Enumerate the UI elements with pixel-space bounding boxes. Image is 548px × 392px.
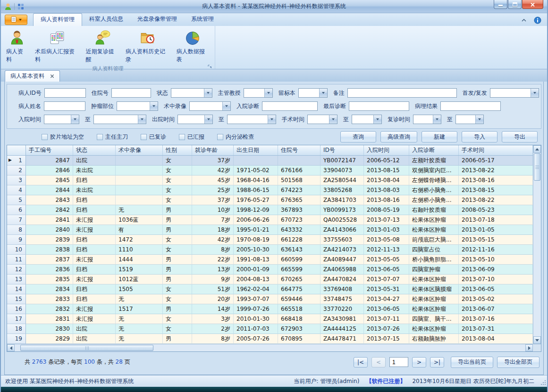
export-button[interactable]: 导出 bbox=[502, 131, 538, 142]
filter-combo-3-5[interactable] bbox=[307, 115, 337, 124]
dropdown-button[interactable] bbox=[433, 115, 441, 124]
layout-icon[interactable] bbox=[17, 3, 25, 10]
checkbox-2[interactable]: 主任主刀 bbox=[97, 133, 128, 141]
query-button[interactable]: 查询 bbox=[340, 131, 376, 142]
filter-combo-3-4[interactable] bbox=[227, 115, 276, 124]
dropdown-button[interactable] bbox=[264, 89, 272, 97]
horizontal-scroll-track[interactable] bbox=[153, 344, 525, 351]
maximize-button[interactable] bbox=[508, 0, 522, 9]
table-row[interactable]: 22846未出院女42岁1971-05-02676166339040732013… bbox=[7, 166, 533, 175]
checkbox-3[interactable]: 已复诊 bbox=[141, 133, 166, 141]
column-header-11[interactable]: 手术时间 bbox=[459, 145, 533, 155]
filter-input-1-6[interactable] bbox=[347, 88, 457, 98]
filter-input-2-1[interactable] bbox=[44, 101, 85, 111]
ribbon-button-2[interactable]: 术后病人汇报资料 bbox=[32, 28, 83, 65]
horizontal-scrollbar[interactable] bbox=[7, 344, 541, 351]
checkbox-4[interactable]: 已汇报 bbox=[179, 133, 204, 141]
filter-combo-1-7[interactable] bbox=[490, 88, 539, 98]
dropdown-button[interactable] bbox=[204, 89, 212, 97]
table-row[interactable]: 112837未汇报1444男22岁1991-08-13660599ZA40894… bbox=[7, 255, 533, 265]
table-row[interactable]: 142834归档1505女51岁1962-02-0466477533769408… bbox=[7, 284, 533, 294]
filter-input-1-2[interactable] bbox=[111, 88, 151, 98]
export-all-pages-button[interactable]: 导出全部页 bbox=[497, 357, 540, 368]
application-menu-button[interactable] bbox=[5, 15, 27, 25]
dropdown-button[interactable] bbox=[71, 115, 79, 124]
table-row[interactable]: 132835未汇报1012蓝男9岁2004-08-13670265ZA44708… bbox=[7, 275, 533, 284]
table-row[interactable]: 42844未出院女25岁1988-06-15674223338052682013… bbox=[7, 185, 533, 195]
last-page-button[interactable]: >| bbox=[430, 357, 444, 367]
dropdown-button[interactable] bbox=[204, 115, 212, 124]
chevron-up-icon[interactable] bbox=[522, 19, 526, 22]
new-button[interactable]: 新建 bbox=[422, 131, 457, 142]
column-header-4[interactable]: 性别 bbox=[163, 145, 192, 155]
column-header-7[interactable]: 住院号 bbox=[278, 145, 320, 155]
dropdown-button[interactable] bbox=[475, 115, 483, 124]
ribbon-tab-3[interactable]: 光盘录像带管理 bbox=[130, 13, 184, 26]
filter-input-1-1[interactable] bbox=[44, 88, 86, 98]
first-page-button[interactable]: |< bbox=[354, 357, 368, 367]
app-logo-icon[interactable] bbox=[4, 3, 12, 10]
checkbox-1[interactable]: 胶片地址为空 bbox=[42, 133, 84, 141]
filter-combo-2-3[interactable] bbox=[189, 101, 231, 111]
table-row[interactable]: 72841未汇报1036蓝男7岁2006-06-26670723QA002552… bbox=[7, 215, 533, 225]
scroll-up-icon[interactable] bbox=[533, 145, 541, 153]
table-row[interactable]: 32845归档女45岁1968-04-16501568ZA25805442013… bbox=[7, 175, 533, 185]
dropdown-button[interactable] bbox=[319, 89, 327, 97]
dropdown-button[interactable] bbox=[373, 115, 381, 124]
filter-combo-3-8[interactable] bbox=[455, 115, 484, 124]
export-current-page-button[interactable]: 导出当前页 bbox=[451, 357, 493, 368]
table-row[interactable]: 92839归档1472女42岁1970-08-19661228337556032… bbox=[7, 235, 533, 245]
import-button[interactable]: 导入 bbox=[462, 131, 497, 142]
vertical-scrollbar[interactable] bbox=[533, 145, 541, 344]
column-header-9[interactable]: 入院时间 bbox=[364, 145, 409, 155]
filter-combo-1-4[interactable] bbox=[244, 88, 273, 98]
ribbon-button-3[interactable]: 近期复诊提醒 bbox=[83, 28, 122, 65]
minimize-button[interactable] bbox=[494, 0, 507, 9]
filter-combo-3-2[interactable] bbox=[93, 115, 146, 124]
filter-combo-1-3[interactable] bbox=[171, 88, 212, 98]
dropdown-button[interactable] bbox=[531, 89, 539, 97]
column-header-2[interactable]: 状态 bbox=[73, 145, 116, 155]
filter-combo-1-5[interactable] bbox=[298, 88, 328, 98]
table-row[interactable]: 152833归档无女20岁1993-07-0765944633748475201… bbox=[7, 294, 533, 304]
table-row[interactable]: 62842归档无男10岁1998-12-09367893YB0099173200… bbox=[7, 205, 533, 215]
filter-combo-3-6[interactable] bbox=[352, 115, 382, 124]
column-header-5[interactable]: 就诊年龄 bbox=[192, 145, 234, 155]
table-row[interactable]: 102838归档1110女8岁2005-10-30636143ZA4214073… bbox=[7, 245, 533, 255]
scroll-right-icon[interactable] bbox=[525, 344, 533, 351]
horizontal-scroll-thumb[interactable] bbox=[20, 345, 153, 351]
page-input[interactable] bbox=[389, 357, 408, 367]
table-row[interactable]: 192829出院无男8岁2005-07-26670895ZA4478471201… bbox=[7, 334, 533, 344]
vertical-scroll-thumb[interactable] bbox=[534, 153, 540, 181]
filter-input-2-6[interactable] bbox=[440, 101, 501, 111]
dropdown-button[interactable] bbox=[268, 115, 276, 124]
registered-link[interactable]: 【软件已注册】 bbox=[366, 377, 405, 385]
checkbox-5[interactable]: 内分泌检查 bbox=[217, 133, 254, 141]
ribbon-button-5[interactable]: 病人数据报表 bbox=[173, 28, 213, 65]
table-row[interactable]: 162832未汇报1517男14岁1999-07-266655183377022… bbox=[7, 304, 533, 314]
filter-combo-3-1[interactable] bbox=[44, 115, 79, 124]
filter-combo-2-2[interactable] bbox=[117, 101, 158, 111]
filter-combo-3-7[interactable] bbox=[413, 115, 441, 124]
column-header-8[interactable]: ID号 bbox=[320, 145, 364, 155]
advanced-query-button[interactable]: 高级查询 bbox=[380, 131, 417, 142]
vertical-scroll-track[interactable] bbox=[533, 181, 541, 336]
ribbon-tab-4[interactable]: 系统管理 bbox=[184, 13, 221, 26]
scroll-down-icon[interactable] bbox=[533, 336, 541, 344]
filter-input-2-5[interactable] bbox=[349, 101, 409, 111]
ribbon-tab-1[interactable]: 病人资料管理 bbox=[33, 13, 82, 26]
prev-page-button[interactable]: < bbox=[371, 357, 386, 367]
resize-grip-icon[interactable] bbox=[545, 384, 546, 385]
table-row[interactable]: ▶12847出院女37岁YB00721472006-05-12左额叶胶质瘤200… bbox=[7, 156, 533, 166]
column-header-6[interactable]: 出生日期 bbox=[234, 145, 278, 155]
dropdown-button[interactable] bbox=[329, 115, 337, 124]
ribbon-button-1[interactable]: 病人资料 bbox=[3, 28, 32, 65]
tab-close-icon[interactable] bbox=[50, 73, 54, 80]
dropdown-button[interactable] bbox=[138, 115, 146, 124]
dropdown-button[interactable] bbox=[222, 102, 230, 110]
close-button[interactable] bbox=[522, 0, 543, 9]
filter-input-2-4[interactable] bbox=[262, 101, 318, 111]
column-header-1[interactable]: 手工编号 bbox=[26, 145, 73, 155]
ribbon-button-4[interactable]: 病人资料历史记录 bbox=[122, 28, 173, 65]
filter-combo-3-3[interactable] bbox=[177, 115, 213, 124]
